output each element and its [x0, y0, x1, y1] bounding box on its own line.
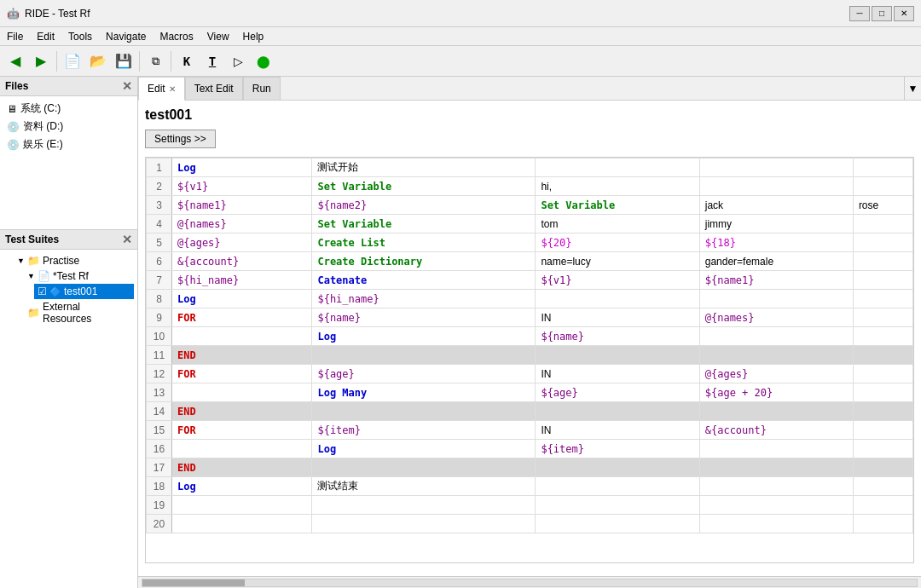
grid-cell[interactable]: Log [172, 290, 312, 308]
maximize-button[interactable]: □ [872, 6, 892, 21]
grid-cell[interactable] [853, 177, 912, 196]
grid-cell[interactable]: FOR [172, 308, 312, 327]
menu-item-tools[interactable]: Tools [61, 29, 99, 44]
grid-cell[interactable]: ${name} [312, 308, 536, 327]
new-file-button[interactable]: 📄 [61, 49, 84, 73]
grid-cell[interactable]: 测试开始 [312, 159, 536, 177]
grid-cell[interactable]: Log [172, 477, 312, 496]
menu-item-view[interactable]: View [200, 29, 236, 44]
grid-cell[interactable]: Catenate [312, 271, 536, 290]
grid-cell[interactable] [853, 383, 912, 402]
grid-cell[interactable] [536, 458, 699, 477]
grid-cell[interactable]: 测试结束 [312, 477, 536, 496]
tab-run[interactable]: Run [243, 77, 281, 100]
tab-edit[interactable]: Edit ✕ [138, 77, 185, 101]
grid-cell[interactable]: END [172, 458, 312, 477]
files-panel-close[interactable]: ✕ [122, 79, 132, 93]
grid-cell[interactable] [312, 458, 536, 477]
grid-cell[interactable] [699, 290, 853, 308]
grid-cell[interactable] [853, 233, 912, 252]
grid-cell[interactable] [853, 290, 912, 308]
grid-cell[interactable] [172, 496, 312, 515]
open-file-button[interactable]: 📂 [86, 49, 110, 73]
grid-cell[interactable]: rose [853, 196, 912, 215]
grid-cell[interactable]: ${hi_name} [172, 271, 312, 290]
forward-toolbar-button[interactable]: ▶ [29, 49, 53, 73]
grid-cell[interactable] [312, 515, 536, 533]
horizontal-scrollbar[interactable] [138, 576, 921, 588]
grid-cell[interactable]: Create Dictionary [312, 252, 536, 271]
grid-cell[interactable]: END [172, 346, 312, 365]
grid-cell[interactable] [172, 327, 312, 346]
grid-cell[interactable]: ${item} [536, 440, 699, 458]
grid-cell[interactable]: IN [536, 365, 699, 383]
grid-cell[interactable] [536, 402, 699, 421]
scroll-track[interactable] [142, 579, 918, 587]
grid-cell[interactable] [536, 477, 699, 496]
menu-item-help[interactable]: Help [236, 29, 271, 44]
grid-cell[interactable] [312, 402, 536, 421]
menu-item-navigate[interactable]: Navigate [99, 29, 153, 44]
grid-cell[interactable] [536, 515, 699, 533]
grid-cell[interactable] [853, 477, 912, 496]
tree-item-test001[interactable]: ☑ 🔷 test001 [34, 284, 134, 299]
k-button[interactable]: K [175, 49, 199, 73]
grid-cell[interactable]: IN [536, 308, 699, 327]
grid-cell[interactable] [699, 177, 853, 196]
tree-item-test-rf[interactable]: ▼ 📄 *Test Rf [24, 268, 134, 284]
grid-cell[interactable]: Set Variable [312, 177, 536, 196]
test-suites-panel-close[interactable]: ✕ [122, 233, 132, 246]
menu-item-file[interactable]: File [0, 29, 30, 44]
grid-cell[interactable] [172, 515, 312, 533]
grid-cell[interactable]: END [172, 402, 312, 421]
back-toolbar-button[interactable]: ◀ [3, 49, 27, 73]
grid-cell[interactable] [699, 402, 853, 421]
grid-cell[interactable]: ${v1} [172, 177, 312, 196]
grid-cell[interactable]: &{account} [172, 252, 312, 271]
drive-c[interactable]: 🖥 系统 (C:) [3, 100, 134, 118]
grid-cell[interactable] [536, 346, 699, 365]
grid-cell[interactable] [853, 215, 912, 233]
grid-cell[interactable] [699, 159, 853, 177]
grid-cell[interactable]: @{names} [172, 215, 312, 233]
grid-cell[interactable]: Log [312, 440, 536, 458]
grid-cell[interactable] [853, 327, 912, 346]
grid-cell[interactable]: Log [172, 159, 312, 177]
grid-cell[interactable]: @{names} [699, 308, 853, 327]
grid-cell[interactable]: gander=female [699, 252, 853, 271]
drive-d[interactable]: 💿 资料 (D:) [3, 118, 134, 135]
tree-item-practise[interactable]: ▼ 📁 Practise [14, 253, 134, 268]
grid-cell[interactable] [853, 271, 912, 290]
grid-cell[interactable] [172, 383, 312, 402]
menu-item-edit[interactable]: Edit [30, 29, 61, 44]
grid-cell[interactable] [853, 402, 912, 421]
grid-cell[interactable]: hi, [536, 177, 699, 196]
grid-cell[interactable] [536, 496, 699, 515]
grid-cell[interactable]: ${name} [536, 327, 699, 346]
grid-cell[interactable]: ${hi_name} [312, 290, 536, 308]
stop-button[interactable]: ⬤ [252, 49, 275, 73]
grid-cell[interactable]: FOR [172, 421, 312, 440]
save-button[interactable]: 💾 [112, 49, 136, 73]
grid-cell[interactable] [699, 327, 853, 346]
grid-cell[interactable]: ${age} [312, 365, 536, 383]
grid-cell[interactable]: ${name1} [699, 271, 853, 290]
grid-cell[interactable] [699, 515, 853, 533]
grid-cell[interactable] [536, 159, 699, 177]
close-button[interactable]: ✕ [894, 6, 914, 21]
grid-cell[interactable] [853, 515, 912, 533]
grid-cell[interactable] [853, 440, 912, 458]
grid-cell[interactable] [853, 421, 912, 440]
grid-cell[interactable] [853, 252, 912, 271]
grid-cell[interactable] [853, 159, 912, 177]
grid-cell[interactable]: Set Variable [536, 196, 699, 215]
drive-e[interactable]: 💿 娱乐 (E:) [3, 135, 134, 153]
grid-cell[interactable] [172, 440, 312, 458]
tab-scroll-arrow[interactable]: ▼ [904, 77, 921, 100]
grid-cell[interactable] [853, 346, 912, 365]
grid-cell[interactable]: tom [536, 215, 699, 233]
settings-button[interactable]: Settings >> [145, 130, 216, 148]
grid-cell[interactable] [853, 496, 912, 515]
grid-cell[interactable] [699, 346, 853, 365]
grid-cell[interactable]: jimmy [699, 215, 853, 233]
